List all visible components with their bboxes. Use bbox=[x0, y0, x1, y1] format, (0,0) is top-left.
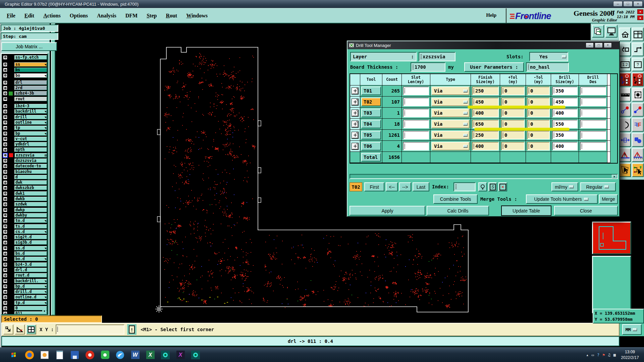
layer-name[interactable]: szdwk bbox=[14, 202, 47, 207]
tray-network-icon[interactable]: ▦ bbox=[613, 353, 616, 357]
drill-des-input[interactable] bbox=[580, 98, 606, 106]
layer-name[interactable]: sig2t.d bbox=[14, 235, 47, 240]
layer-checkbox[interactable] bbox=[3, 55, 7, 60]
dialog-close-button[interactable]: × bbox=[604, 43, 612, 48]
layer-checkbox[interactable] bbox=[3, 170, 7, 174]
excel-icon[interactable]: X bbox=[145, 350, 155, 360]
layer-row-011[interactable]: 011 bbox=[2, 311, 47, 315]
layer-name[interactable]: tp◥ bbox=[14, 125, 47, 130]
tray-expand-icon[interactable]: ▴ bbox=[586, 353, 589, 357]
layer-checkbox[interactable] bbox=[3, 224, 7, 229]
layer-row-biaozhu[interactable]: biaozhu bbox=[2, 169, 47, 174]
tool-cell[interactable]: T05 bbox=[361, 131, 381, 139]
layer-name[interactable]: bz4-3.d bbox=[14, 262, 47, 267]
row-select-button[interactable]: D bbox=[352, 121, 358, 127]
panel-splitter[interactable] bbox=[51, 23, 55, 315]
nav-first-button[interactable]: First bbox=[364, 182, 384, 191]
pad-select-icon[interactable] bbox=[632, 88, 644, 102]
cam-eye-2-icon[interactable] bbox=[191, 350, 201, 360]
layer-name[interactable]: rout.d bbox=[14, 273, 47, 278]
layer-row-szbz4-3b[interactable]: szbz4-3b bbox=[2, 91, 47, 96]
plus-tol-input[interactable]: 0 bbox=[501, 142, 525, 150]
layer-name[interactable]: 1bz4-3 bbox=[14, 104, 47, 109]
finish-size-input[interactable]: 400 bbox=[472, 142, 499, 150]
move-point-icon[interactable] bbox=[619, 103, 631, 117]
layer-checkbox[interactable] bbox=[3, 62, 7, 67]
drill-des-input[interactable] bbox=[580, 86, 606, 95]
layer-row-bo[interactable]: bo◥ bbox=[2, 73, 47, 78]
plus-tol-input[interactable]: 0 bbox=[501, 98, 525, 106]
layer-checkbox[interactable] bbox=[3, 73, 7, 78]
tool-cell[interactable]: T01 bbox=[361, 86, 381, 95]
layer-name[interactable]: dwkby bbox=[14, 213, 47, 218]
layer-checkbox[interactable] bbox=[3, 240, 7, 245]
layer-name[interactable]: bp◥ bbox=[14, 131, 47, 136]
type-dropdown[interactable]: Via bbox=[431, 86, 470, 95]
layer-name[interactable]: bs.d bbox=[14, 251, 47, 256]
layer-list-scroll-down[interactable]: ▼ bbox=[42, 309, 47, 313]
layer-checkbox[interactable] bbox=[3, 104, 7, 108]
layer-row-dwk1[interactable]: dwk1 bbox=[2, 191, 47, 196]
layer-name[interactable]: drl.d bbox=[14, 267, 47, 273]
layer-checkbox[interactable] bbox=[3, 208, 7, 212]
merge-button[interactable]: Merge bbox=[599, 194, 618, 204]
layer-row-drill.d[interactable]: drill.d◥ bbox=[2, 289, 47, 294]
layer-checkbox[interactable] bbox=[3, 126, 7, 130]
layer-row-backdrill[interactable]: backdrill◥ bbox=[2, 109, 47, 114]
layer-name[interactable]: d bbox=[14, 175, 47, 180]
measure-angle-icon[interactable] bbox=[15, 324, 25, 335]
job-matrix-button[interactable]: Job Matrix ... bbox=[1, 42, 57, 51]
layer-row-rout.d[interactable]: rout.d bbox=[2, 273, 47, 278]
layer-checkbox[interactable] bbox=[3, 91, 7, 96]
type-dropdown[interactable]: Via bbox=[431, 142, 470, 150]
layer-name[interactable]: outline◥ bbox=[14, 120, 47, 125]
layer-checkbox[interactable] bbox=[3, 262, 7, 267]
layer-name[interactable]: outline.d◥ bbox=[14, 295, 47, 300]
layer-checkbox[interactable] bbox=[3, 68, 7, 72]
word-icon[interactable]: W bbox=[130, 350, 140, 360]
layer-row-sig2t.d[interactable]: sig2t.d bbox=[2, 235, 47, 240]
layer-checkbox[interactable] bbox=[3, 97, 7, 101]
minus-tol-input[interactable]: 0 bbox=[527, 120, 550, 128]
slots-dropdown[interactable]: Yes bbox=[529, 52, 568, 61]
layer-name[interactable]: cs.d◥ bbox=[14, 229, 47, 234]
layer-checkbox[interactable] bbox=[3, 175, 7, 179]
rotate-icon[interactable] bbox=[619, 118, 631, 132]
layer-name[interactable]: to.d◥ bbox=[14, 218, 47, 223]
layer-name[interactable]: drill.d◥ bbox=[14, 289, 47, 294]
layer-checkbox[interactable] bbox=[3, 131, 7, 136]
finish-size-input[interactable]: 400 bbox=[472, 109, 499, 117]
apply-button[interactable]: Apply bbox=[350, 206, 425, 216]
home-icon[interactable] bbox=[619, 27, 631, 41]
drill-map-icon[interactable] bbox=[619, 73, 631, 86]
tool-cell[interactable]: T06 bbox=[361, 142, 381, 150]
overview-thumbnail[interactable] bbox=[592, 222, 631, 254]
text-fit-icon[interactable] bbox=[619, 148, 631, 162]
layer-checkbox[interactable] bbox=[3, 180, 7, 185]
plus-tol-input[interactable]: 0 bbox=[501, 86, 525, 95]
menu-file[interactable]: File bbox=[7, 13, 15, 19]
nav-prev-button[interactable]: <-- bbox=[386, 182, 398, 191]
layer-name[interactable]: sig3b.d bbox=[14, 240, 47, 245]
mirror-icon[interactable]: FF bbox=[632, 118, 644, 132]
menu-dfm[interactable]: DFM bbox=[125, 13, 138, 19]
scroll-right-icon[interactable]: ▶ bbox=[612, 175, 617, 178]
minus-tol-input[interactable]: 0 bbox=[527, 86, 550, 95]
layer-row-tp[interactable]: tp◥ bbox=[2, 125, 47, 131]
layer-checkbox[interactable] bbox=[3, 159, 7, 163]
nav-next-button[interactable]: --> bbox=[399, 182, 411, 191]
finish-size-input[interactable]: 650 bbox=[472, 120, 499, 128]
zoom-ratio-icon[interactable]: 1:2 bbox=[619, 58, 631, 71]
layer-checkbox[interactable] bbox=[3, 268, 7, 272]
layer-row-bp.d[interactable]: bp.d◥ bbox=[2, 284, 47, 289]
layer-name[interactable]: drl bbox=[14, 80, 47, 85]
layer-row-d[interactable]: d bbox=[2, 174, 47, 180]
units-dropdown[interactable]: MM bbox=[622, 324, 642, 335]
layer-name[interactable]: tp.d◥ bbox=[14, 300, 47, 305]
layer-checkbox[interactable] bbox=[3, 164, 7, 168]
layer-checkbox[interactable] bbox=[3, 80, 7, 85]
slot-len-input[interactable] bbox=[403, 142, 429, 150]
lamp-icon[interactable] bbox=[478, 182, 487, 191]
dialog-minimize-button[interactable]: – bbox=[586, 43, 594, 48]
grid-toggle-icon[interactable] bbox=[26, 324, 36, 335]
